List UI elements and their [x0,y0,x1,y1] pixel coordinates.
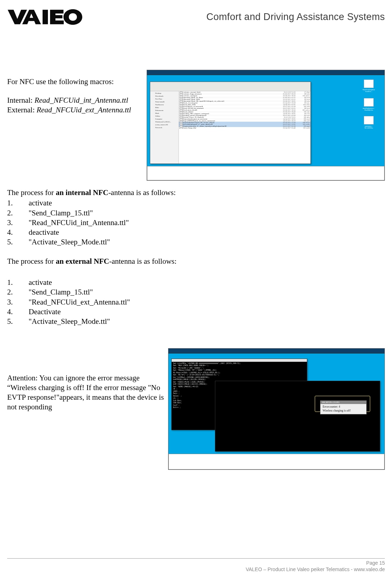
popup-header: MICRFON-133:093 [320,401,366,404]
proc-int-post: -antenna is as follows: [108,188,176,197]
step-number: 4. [7,307,29,317]
popup-ec-label: Errorcounter: [323,405,339,408]
step-text: "Send_Clamp_15.ttl" [29,287,93,297]
step-text: "Send_Clamp_15.ttl" [29,208,93,218]
step-number: 1. [7,198,29,208]
step-text: "Activate_Sleep_Mode.ttl" [29,317,110,326]
screenshot-file-explorer: StartUsrOroptionCostUse...startflaskaste… [147,70,385,181]
svg-rect-0 [43,10,48,24]
step-text: "Read_NFCUid_ext_Antenna.ttl" [29,297,130,307]
step-text: activate [29,198,52,208]
step-text: "Read_NFCUid_int_Antenna.ttl" [29,218,129,228]
intro-internal-file: Read_NFCUid_int_Antenna.ttl [34,96,128,104]
step-number: 2. [7,287,29,297]
screenshot-terminal-error: Set L1=nCMCe_'=625B0:BB:dddddddddddddddd… [168,348,385,470]
header-subtitle: Comfort and Driving Assistance Systems [206,7,385,23]
step-item: 4.deactivate [7,228,385,237]
step-number: 1. [7,278,29,287]
footer-page: Page 15 [7,560,385,566]
step-number: 3. [7,297,29,307]
intro-text: For NFC use the following macros: Intern… [7,70,136,115]
step-item: 1.activate [7,278,385,287]
step-text: Deactivate [29,307,61,317]
page-footer: Page 15 VALEO – Product Line Valeo peike… [7,558,385,573]
popup-ec-value: 4 [339,405,340,408]
intro-external-label: External: [7,106,36,114]
proc-ext-post: -antenna is as follows: [109,257,176,266]
step-number: 4. [7,228,29,237]
step-item: 2."Send_Clamp_15.ttl" [7,208,385,218]
proc-int-bold: an internal NFC [56,188,108,197]
attention-text: Attention: You can ignore the error mess… [7,348,165,412]
process-section: The process for an internal NFC-antenna … [7,188,385,327]
step-number: 5. [7,317,29,326]
valeo-logo [7,7,88,27]
intro-external-file: Read_NFCUid_ext_Antenna.ttl [36,106,131,114]
intro-internal-label: Internal: [7,96,34,104]
step-item: 5."Activate_Sleep_Mode.ttl" [7,237,385,247]
proc-ext-bold: an external NFC [56,257,109,266]
step-text: deactivate [29,228,59,237]
step-item: 2."Send_Clamp_15.ttl" [7,287,385,297]
step-item: 3."Read_NFCUid_ext_Antenna.ttl" [7,297,385,307]
proc-int-pre: The process for [7,188,56,197]
popup-msg: Wireless charging is off! [323,409,364,413]
step-item: 4.Deactivate [7,307,385,317]
step-item: 5."Activate_Sleep_Mode.ttl" [7,317,385,326]
step-item: 3."Read_NFCUid_int_Antenna.ttl" [7,218,385,228]
intro-line1: For NFC use the following macros: [7,77,136,86]
step-number: 5. [7,237,29,247]
page-header: Comfort and Driving Assistance Systems [0,0,392,27]
step-number: 2. [7,208,29,218]
footer-line: VALEO – Product Line Valeo peiker Telema… [7,566,385,573]
step-text: "Activate_Sleep_Mode.ttl" [29,237,110,247]
step-number: 3. [7,218,29,228]
step-text: activate [29,278,52,287]
proc-ext-pre: The process for [7,257,56,266]
error-popup: MICRFON-133:093 Errorcounter: 4 Wireless… [320,400,367,415]
step-item: 1.activate [7,198,385,208]
